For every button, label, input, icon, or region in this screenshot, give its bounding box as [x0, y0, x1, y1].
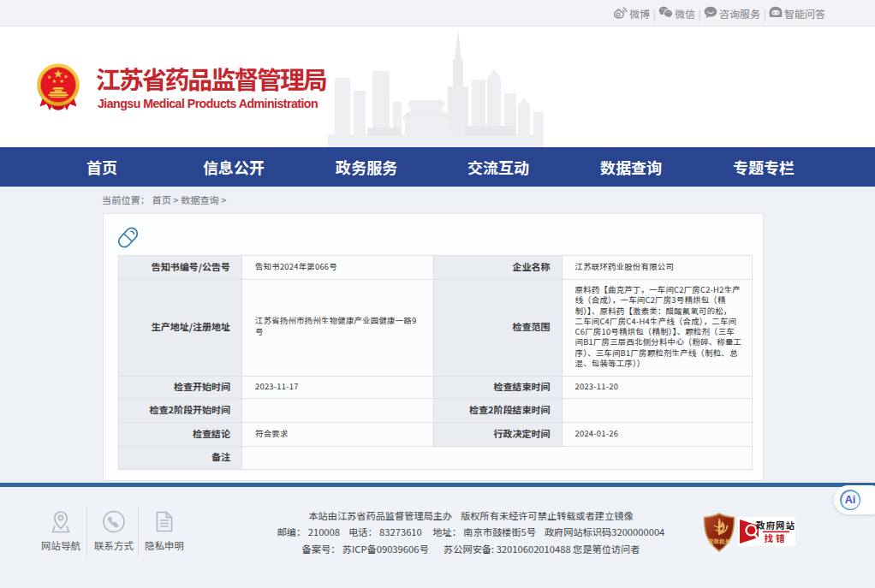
svg-text:找错: 找错	[765, 532, 788, 544]
svg-text:政府网站: 政府网站	[756, 518, 795, 531]
svg-text:党政机关: 党政机关	[708, 537, 731, 545]
